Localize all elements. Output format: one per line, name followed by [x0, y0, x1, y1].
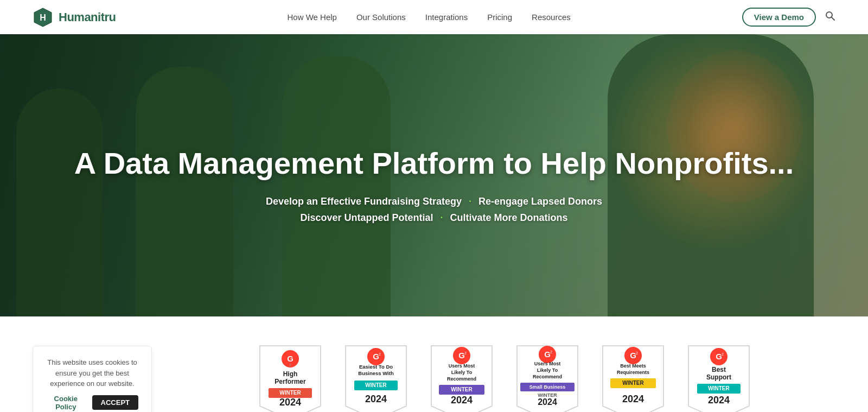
nav-link-integrations[interactable]: Integrations: [425, 12, 468, 22]
navbar: H Humanitru How We Help Our Solutions In…: [0, 0, 868, 34]
badge-best-support: G 2 Best Support WINTER 2024: [684, 344, 754, 412]
nav-right: View a Demo: [742, 8, 835, 27]
svg-line-3: [832, 17, 834, 20]
hero-title: A Data Management Platform to Help Nonpr…: [74, 146, 794, 181]
logo-icon: H: [33, 7, 53, 28]
svg-text:G: G: [287, 354, 293, 363]
svg-text:WINTER: WINTER: [365, 382, 387, 388]
badges-section: This website uses cookies to ensure you …: [0, 316, 868, 412]
svg-text:WINTER: WINTER: [451, 386, 473, 392]
view-demo-button[interactable]: View a Demo: [742, 8, 816, 27]
svg-text:2024: 2024: [538, 397, 557, 407]
svg-text:2024: 2024: [279, 397, 301, 408]
svg-text:Recommend: Recommend: [447, 376, 476, 382]
badge-shape-1: G 2 High Performer WINTER 2024: [258, 344, 323, 412]
hero-sub-line1: Develop an Effective Fundraising Strateg…: [266, 196, 462, 207]
cookie-accept-button[interactable]: ACCEPT: [92, 395, 138, 410]
svg-text:2: 2: [722, 352, 724, 356]
cookie-message: This website uses cookies to ensure you …: [46, 357, 138, 389]
badge-easiest-to-do-business: G 2 Easiest To Do Business With WINTER 2…: [341, 344, 411, 412]
search-icon[interactable]: [825, 10, 835, 24]
nav-item-our-solutions[interactable]: Our Solutions: [356, 12, 406, 22]
svg-text:2: 2: [550, 350, 552, 354]
svg-text:Business With: Business With: [358, 370, 394, 376]
svg-text:WINTER: WINTER: [279, 390, 301, 396]
nav-links: How We Help Our Solutions Integrations P…: [287, 12, 570, 22]
nav-item-integrations[interactable]: Integrations: [425, 12, 468, 22]
svg-text:High: High: [283, 370, 298, 378]
svg-text:Users Most: Users Most: [449, 363, 475, 369]
badge-shape-4: G 2 Users Most Likely To Recommend Small…: [515, 344, 580, 412]
nav-item-pricing[interactable]: Pricing: [487, 12, 512, 22]
badge-best-meets-requirements: G 2 Best Meets Requirements WINTER 2024: [598, 344, 668, 412]
svg-text:2024: 2024: [708, 395, 730, 405]
svg-text:2024: 2024: [451, 395, 473, 405]
badge-most-likely-recommend-small-biz: G 2 Users Most Likely To Recommend Small…: [512, 344, 583, 412]
hero-dot1: ·: [469, 196, 471, 207]
cookie-policy-link[interactable]: Cookie Policy: [46, 395, 86, 411]
svg-text:Best: Best: [712, 366, 726, 373]
hero-content: A Data Management Platform to Help Nonpr…: [53, 103, 815, 248]
svg-text:2024: 2024: [365, 394, 387, 404]
svg-text:Requirements: Requirements: [617, 370, 649, 375]
svg-text:Best Meets: Best Meets: [620, 363, 646, 369]
svg-text:2: 2: [464, 351, 467, 355]
svg-text:Users Most: Users Most: [534, 361, 561, 366]
logo-text: Humanitru: [59, 10, 116, 24]
badge-high-performer: G 2 High Performer WINTER 2024: [255, 344, 326, 412]
badges-row: G 2 High Performer WINTER 2024 G 2 Easie…: [174, 344, 835, 412]
nav-link-how-we-help[interactable]: How We Help: [287, 12, 336, 22]
svg-text:Likely To: Likely To: [537, 367, 558, 373]
badge-shape-6: G 2 Best Support WINTER 2024: [686, 344, 751, 412]
hero-sub-line2: Re-engage Lapsed Donors: [478, 196, 602, 207]
badge-most-likely-recommend: G 2 Users Most Likely To Recommend WINTE…: [426, 344, 497, 412]
svg-text:2: 2: [636, 351, 638, 355]
svg-text:2: 2: [379, 352, 381, 356]
svg-text:Easiest To Do: Easiest To Do: [359, 364, 393, 370]
svg-text:2: 2: [289, 363, 291, 367]
hero-sub-line3: Discover Untapped Potential: [300, 212, 433, 223]
svg-text:WINTER: WINTER: [708, 385, 730, 391]
svg-text:Small Business: Small Business: [529, 384, 566, 390]
logo[interactable]: H Humanitru: [33, 7, 116, 28]
svg-text:Support: Support: [706, 373, 731, 381]
badge-shape-3: G 2 Users Most Likely To Recommend WINTE…: [429, 344, 494, 412]
nav-link-pricing[interactable]: Pricing: [487, 12, 512, 22]
nav-item-how-we-help[interactable]: How We Help: [287, 12, 336, 22]
badge-shape-5: G 2 Best Meets Requirements WINTER 2024: [601, 344, 666, 412]
nav-link-resources[interactable]: Resources: [532, 12, 571, 22]
hero-section: A Data Management Platform to Help Nonpr…: [0, 34, 868, 316]
svg-text:Recommend: Recommend: [533, 374, 562, 379]
nav-item-resources[interactable]: Resources: [532, 12, 571, 22]
nav-link-our-solutions[interactable]: Our Solutions: [356, 12, 406, 22]
badge-shape-2: G 2 Easiest To Do Business With WINTER 2…: [343, 344, 409, 412]
hero-sub-line4: Cultivate More Donations: [450, 212, 568, 223]
hero-subtitle: Develop an Effective Fundraising Strateg…: [74, 193, 794, 226]
svg-text:H: H: [40, 13, 46, 22]
svg-text:Performer: Performer: [275, 378, 306, 385]
cookie-actions: Cookie Policy ACCEPT: [46, 395, 138, 411]
cookie-banner: This website uses cookies to ensure you …: [33, 346, 152, 412]
hero-dot2: ·: [441, 212, 443, 223]
svg-text:WINTER: WINTER: [622, 380, 644, 386]
svg-text:2024: 2024: [622, 394, 644, 404]
svg-text:Likely To: Likely To: [451, 370, 473, 375]
